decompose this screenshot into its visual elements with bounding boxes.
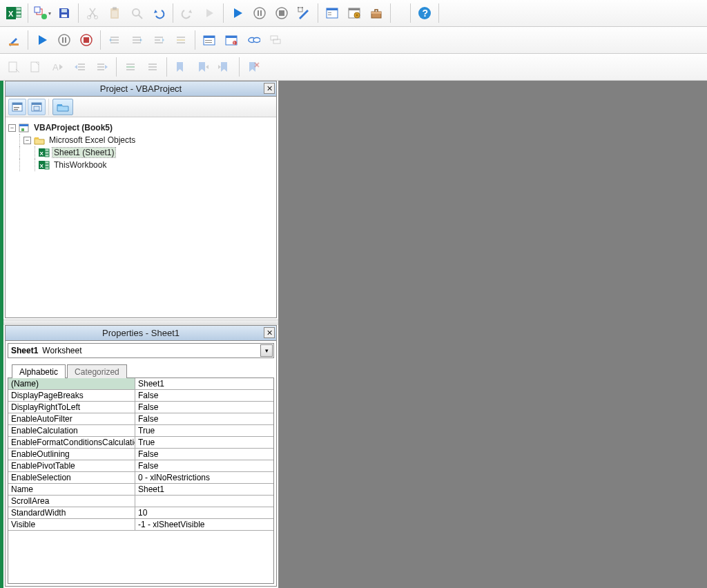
save-button[interactable] xyxy=(53,2,75,24)
property-value[interactable]: 0 - xlNoRestrictions xyxy=(135,472,273,483)
redo-button[interactable] xyxy=(176,2,198,24)
immediate-window-button[interactable]: ! xyxy=(220,29,242,51)
break-button[interactable] xyxy=(53,29,75,51)
excel-app-icon[interactable]: X xyxy=(3,2,25,24)
tab-categorized[interactable]: Categorized xyxy=(67,364,127,378)
list-constants-button[interactable] xyxy=(25,56,47,78)
design-mode-button[interactable] xyxy=(293,2,315,24)
insert-module-button[interactable] xyxy=(31,2,53,24)
tree-folder[interactable]: − Microsoft Excel Objects xyxy=(8,134,273,146)
object-selector[interactable]: Sheet1 Worksheet ▾ xyxy=(8,343,274,358)
undo-button[interactable] xyxy=(148,2,170,24)
svg-rect-18 xyxy=(258,10,259,16)
properties-grid[interactable]: (Name)Sheet1DisplayPageBreaksFalseDispla… xyxy=(8,378,274,584)
view-code-button[interactable] xyxy=(8,99,26,115)
property-value[interactable]: False xyxy=(135,413,273,424)
project-panel-header[interactable]: Project - VBAProject ✕ xyxy=(6,81,276,97)
svg-rect-71 xyxy=(78,66,85,68)
next-bookmark-button[interactable] xyxy=(192,56,214,78)
property-value[interactable] xyxy=(135,496,273,507)
svg-point-17 xyxy=(254,8,265,19)
property-row[interactable]: EnableAutoFilterFalse xyxy=(8,413,273,425)
tab-alphabetic[interactable]: Alphabetic xyxy=(12,364,66,378)
find-button[interactable] xyxy=(126,2,148,24)
toggle-bookmark-button[interactable] xyxy=(170,56,192,78)
property-row[interactable]: StandardWidth10 xyxy=(8,507,273,519)
uncomment-block-button[interactable] xyxy=(142,56,164,78)
list-properties-button[interactable] xyxy=(3,56,25,78)
run-to-cursor-button[interactable] xyxy=(170,29,192,51)
step-over-button[interactable] xyxy=(126,29,148,51)
dropdown-icon[interactable]: ▾ xyxy=(260,344,273,357)
svg-text:X: X xyxy=(40,163,44,169)
step-into-button[interactable] xyxy=(104,29,126,51)
tree-root[interactable]: − VBAProject (Book5) xyxy=(8,121,273,134)
collapse-icon[interactable]: − xyxy=(8,124,16,132)
toolbox-button[interactable] xyxy=(365,2,387,24)
close-icon[interactable]: ✕ xyxy=(264,327,275,338)
property-row[interactable]: (Name)Sheet1 xyxy=(8,378,273,390)
tree-folder-label: Microsoft Excel Objects xyxy=(48,135,137,145)
property-value[interactable]: 10 xyxy=(135,507,273,518)
property-row[interactable]: DisplayPageBreaksFalse xyxy=(8,390,273,402)
svg-rect-93 xyxy=(19,124,28,126)
properties-panel-title: Properties - Sheet1 xyxy=(102,328,180,338)
property-row[interactable]: EnableOutliningFalse xyxy=(8,449,273,460)
close-icon[interactable]: ✕ xyxy=(264,83,275,94)
property-name: EnableAutoFilter xyxy=(8,413,135,424)
run-disabled-button[interactable] xyxy=(198,2,220,24)
svg-rect-54 xyxy=(177,42,185,43)
property-row[interactable]: EnableSelection0 - xlNoRestrictions xyxy=(8,472,273,484)
project-explorer-panel: Project - VBAProject ✕ − VBAProject xyxy=(5,81,277,318)
help-button[interactable]: ? xyxy=(414,2,436,24)
project-tree[interactable]: − VBAProject (Book5) − Microsoft Excel O… xyxy=(6,117,276,317)
properties-window-button[interactable] xyxy=(343,2,365,24)
locals-window-button[interactable] xyxy=(198,29,220,51)
property-value[interactable]: False xyxy=(135,449,273,460)
svg-rect-94 xyxy=(21,128,24,131)
reset-button[interactable] xyxy=(75,29,97,51)
indent-button[interactable] xyxy=(69,56,91,78)
property-row[interactable]: NameSheet1 xyxy=(8,484,273,496)
paste-button[interactable] xyxy=(104,2,126,24)
property-value[interactable]: False xyxy=(135,390,273,401)
tree-item-thisworkbook[interactable]: X ThisWorkbook xyxy=(8,159,273,171)
property-row[interactable]: Visible-1 - xlSheetVisible xyxy=(8,519,273,531)
call-stack-button[interactable] xyxy=(264,29,287,51)
panel-splitter[interactable] xyxy=(3,320,278,325)
property-row[interactable]: DisplayRightToLeftFalse xyxy=(8,402,273,413)
property-value[interactable]: Sheet1 xyxy=(135,378,273,389)
property-row[interactable]: EnableCalculationTrue xyxy=(8,425,273,437)
properties-panel-header[interactable]: Properties - Sheet1 ✕ xyxy=(6,326,276,341)
property-value[interactable]: False xyxy=(135,460,273,471)
compile-button[interactable] xyxy=(3,29,25,51)
run-button[interactable] xyxy=(226,2,249,24)
run-sub-button[interactable] xyxy=(31,29,53,51)
step-out-button[interactable] xyxy=(148,29,170,51)
project-explorer-button[interactable] xyxy=(321,2,343,24)
quick-info-button[interactable]: A xyxy=(47,56,69,78)
property-value[interactable]: True xyxy=(135,437,273,448)
comment-block-button[interactable] xyxy=(119,56,142,78)
property-name: EnableOutlining xyxy=(8,449,135,460)
collapse-icon[interactable]: − xyxy=(23,137,31,144)
tree-item-sheet1[interactable]: X Sheet1 (Sheet1) xyxy=(8,146,273,159)
cut-button[interactable] xyxy=(81,2,104,24)
watch-window-button[interactable] xyxy=(242,29,264,51)
property-row[interactable]: ScrollArea xyxy=(8,496,273,507)
property-value[interactable]: False xyxy=(135,402,273,413)
clear-bookmarks-button[interactable] xyxy=(242,56,264,78)
prev-bookmark-button[interactable] xyxy=(214,56,236,78)
svg-rect-81 xyxy=(148,69,157,70)
outdent-button[interactable] xyxy=(91,56,113,78)
property-row[interactable]: EnableFormatConditionsCalculationTrue xyxy=(8,437,273,449)
stop-button[interactable] xyxy=(271,2,293,24)
property-value[interactable]: Sheet1 xyxy=(135,484,273,495)
property-value[interactable]: -1 - xlSheetVisible xyxy=(135,519,273,530)
property-value[interactable]: True xyxy=(135,425,273,436)
pause-button[interactable] xyxy=(249,2,271,24)
toggle-folders-button[interactable] xyxy=(52,99,73,115)
svg-rect-87 xyxy=(14,109,18,110)
view-object-button[interactable] xyxy=(28,99,46,115)
property-row[interactable]: EnablePivotTableFalse xyxy=(8,460,273,472)
